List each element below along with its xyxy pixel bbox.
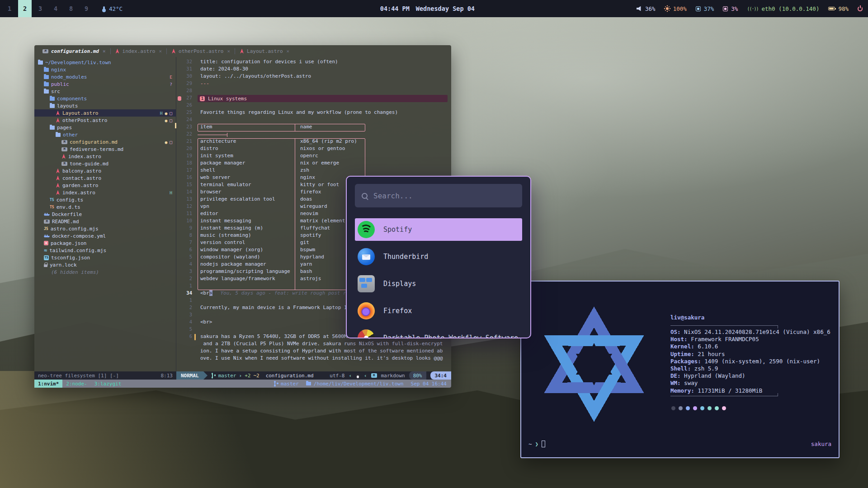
temperature-value: 42°C [109,5,123,12]
editor-line[interactable]: 17shellzsh [177,167,451,174]
tree-item-layouts[interactable]: layouts [34,102,176,109]
editor-line[interactable]: 20distronixos or gentoo [177,145,451,153]
tree-item-components[interactable]: components [34,95,176,102]
tree-item-marks: E [170,75,172,80]
launcher-item-darktable-photo-workflow-software[interactable]: Darktable Photo Workflow Software [355,327,522,338]
line-text: layout: ../../layouts/otherPost.astro [200,73,311,79]
tree-item-package.json[interactable]: npackage.json [34,239,176,247]
clock-time: 04:44 PM [380,5,410,12]
power-module[interactable] [858,6,863,11]
editor-line[interactable]: 30layout: ../../layouts/otherPost.astro [177,73,451,80]
volume-module[interactable]: 36% [637,5,656,12]
line-number: 12 [177,203,192,209]
table-cell-item: distro [200,145,218,151]
tree-item-astro.config.mjs[interactable]: JSastro.config.mjs [34,225,176,232]
tree-item-index.astro[interactable]: index.astroH [34,189,176,196]
tab-close-icon[interactable]: × [103,48,106,54]
folder-open-icon [56,133,61,137]
launcher-item-displays[interactable]: Displays [355,272,522,295]
tree-item-contact.astro[interactable]: contact.astro [34,174,176,182]
editor-line[interactable]: and a 2TB (Crucial P5 Plus) NVMe drive. … [177,341,451,348]
tree-item-other[interactable]: other [34,131,176,138]
tree-item-label: Dockerfile [52,211,82,217]
volume-value: 36% [645,5,656,12]
editor-line[interactable]: 25Favorite things regarding Linux and my… [177,109,451,117]
neotree-status-loc: 8:13 [161,373,173,379]
editor-line[interactable]: ove. I use Nix when I need software with… [177,355,451,362]
workspace-9[interactable]: 9 [80,0,93,17]
workspace-2[interactable]: 2 [18,0,32,17]
editor-line[interactable]: 28 [177,88,451,95]
line-number: 11 [177,211,192,216]
launcher-item-spotify[interactable]: Spotify [355,218,522,241]
editor-line[interactable]: 24 [177,117,451,124]
tree-item--Development-liv.town[interactable]: ~/Development/liv.town [34,59,176,66]
brightness-module[interactable]: 100% [665,5,687,12]
tree-item-tailwind.config.mjs[interactable]: ≈tailwind.config.mjs [34,247,176,254]
tree-item-marks: H [170,190,172,195]
tree-item-Layout.astro[interactable]: Layout.astroH●□ [34,109,176,117]
editor-line[interactable]: 21architecturex86_64 (rip m2 pro) [177,138,451,145]
search-input[interactable]: Search... [355,184,522,207]
tab-close-icon[interactable]: × [227,48,230,54]
tab-index.astro[interactable]: index.astro× [111,45,166,57]
editor-line[interactable]: 271Linux systems [177,95,451,102]
color-dot [671,406,675,410]
tree-item-garden.astro[interactable]: garden.astro [34,182,176,189]
tree-item-tsconfig.json[interactable]: TStsconfig.json [34,254,176,261]
folder-open-icon [50,126,55,130]
editor-line[interactable]: 31date: 2024-08-30 [177,66,451,73]
tree-item-README.md[interactable]: MREADME.md [34,218,176,225]
launcher-item-firefox[interactable]: Firefox [355,300,522,322]
tab-close-icon[interactable]: × [287,48,290,54]
folder-open-icon [44,89,49,94]
editor-line[interactable]: 19init systemopenrc [177,153,451,160]
search-icon [362,193,368,199]
tree-item-src[interactable]: src [34,88,176,95]
editor-line[interactable]: ion. I have a setup consisting of Hyprla… [177,348,451,355]
tmux-window-1[interactable]: 1:nvim* [34,380,62,388]
tree-item-index.astro[interactable]: index.astro [34,153,176,160]
tree-item-nginx[interactable]: nginx [34,66,176,73]
tree-item-otherPost.astro[interactable]: otherPost.astro●□ [34,117,176,124]
neotree-file-explorer[interactable]: ~/Development/liv.townnginxnode_modulesE… [34,57,176,371]
tree-item-yarn.lock[interactable]: yarn.lock [34,261,176,268]
tree-item-config.ts[interactable]: TSconfig.ts [34,196,176,203]
statusline: neo-tree filesystem [1] [-] 8:13 NORMAL … [34,371,451,380]
shell-prompt[interactable]: ~ ❯ [528,441,545,447]
tree-item-pages[interactable]: pages [34,124,176,131]
tmux-window-2[interactable]: 2:node- [62,380,90,388]
editor-line[interactable]: 22 [177,131,451,138]
editor-line[interactable]: 32title: configuration for devices i use… [177,59,451,66]
editor-line[interactable]: 29--- [177,80,451,88]
workspace-4[interactable]: 4 [49,0,62,17]
workspace-3[interactable]: 3 [33,0,47,17]
tree-item--6-hidden-items-[interactable]: (6 hidden items) [34,268,176,276]
network-module[interactable]: ((·)) eth0 (10.0.0.140) [747,5,819,12]
tree-item-public[interactable]: public? [34,80,176,88]
editor-line[interactable]: 23itemname [177,124,451,131]
tree-item-configuration.md[interactable]: Mconfiguration.md●□ [34,138,176,145]
workspace-1[interactable]: 1 [3,0,16,17]
tab-otherPost.astro[interactable]: otherPost.astro× [167,45,235,57]
tab-close-icon[interactable]: × [159,48,162,54]
tree-item-Dockerfile[interactable]: Dockerfile [34,211,176,218]
tab-configuration.md[interactable]: Mconfiguration.md× [38,45,110,57]
editor-line[interactable]: 18package managernix or emerge [177,160,451,167]
tab-Layout.astro[interactable]: Layout.astro× [235,45,294,57]
line-number: 6 [177,247,192,252]
tree-item-node-modules[interactable]: node_modulesE [34,73,176,80]
line-number: 32 [177,59,192,64]
tree-item-env.d.ts[interactable]: TSenv.d.ts [34,203,176,211]
tree-item-label: components [57,96,87,102]
editor-line[interactable]: 26 [177,102,451,109]
tree-item-fediverse-terms.md[interactable]: Mfediverse-terms.md [34,145,176,153]
tree-item-docker-compose.yml[interactable]: docker-compose.yml [34,232,176,239]
tree-item-balcony.astro[interactable]: balcony.astro [34,167,176,174]
tmux-window-3[interactable]: 3:lazygit [91,380,125,388]
fetch-terminal-window[interactable]: liv@sakura OS: NixOS 24.11.20240828.71e9… [520,281,840,458]
tree-item-tone-guide.md[interactable]: Mtone-guide.md [34,160,176,167]
launcher-item-thunderbird[interactable]: Thunderbird [355,245,522,268]
launcher-item-label: Spotify [383,225,412,234]
workspace-8[interactable]: 8 [64,0,78,17]
